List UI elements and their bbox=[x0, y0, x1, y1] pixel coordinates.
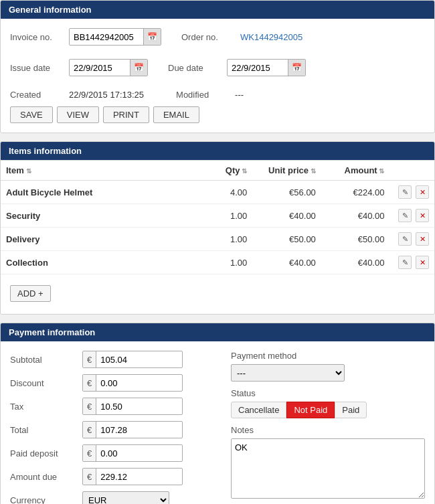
status-buttons: Cancellate Not Paid Paid bbox=[231, 402, 425, 418]
status-notpaid-button[interactable]: Not Paid bbox=[286, 402, 335, 418]
col-header-actions bbox=[389, 161, 434, 181]
item-qty-cell: 1.00 bbox=[207, 204, 252, 228]
item-unit-price-cell: €40.00 bbox=[252, 251, 321, 274]
issue-date-input[interactable] bbox=[70, 61, 130, 75]
amount-due-input[interactable] bbox=[96, 470, 170, 484]
due-date-row: Due date 📅 bbox=[168, 59, 306, 76]
edit-icon[interactable]: ✎ bbox=[398, 185, 412, 199]
amount-due-input-wrap: € bbox=[82, 468, 183, 485]
created-label: Created bbox=[10, 90, 64, 100]
paid-deposit-euro-symbol: € bbox=[83, 445, 96, 461]
item-qty-cell: 1.00 bbox=[207, 228, 252, 251]
email-button[interactable]: EMAIL bbox=[153, 106, 199, 123]
discount-euro-symbol: € bbox=[83, 375, 96, 391]
col-header-unit-price[interactable]: Unit price bbox=[252, 161, 321, 181]
col-header-amount[interactable]: Amount bbox=[321, 161, 390, 181]
tax-label: Tax bbox=[10, 402, 77, 412]
edit-icon[interactable]: ✎ bbox=[398, 256, 412, 269]
discount-input[interactable] bbox=[96, 376, 170, 390]
payment-left: Subtotal € Discount € Tax € bbox=[10, 351, 211, 504]
general-section-header: General information bbox=[1, 1, 434, 19]
general-toolbar: SAVE VIEW PRINT EMAIL bbox=[10, 106, 425, 123]
subtotal-row: Subtotal € bbox=[10, 351, 211, 368]
status-group: Status Cancellate Not Paid Paid bbox=[231, 388, 425, 418]
notes-textarea[interactable]: OK bbox=[231, 438, 425, 499]
invoice-input[interactable] bbox=[70, 30, 143, 44]
due-date-input-wrap: 📅 bbox=[227, 59, 306, 76]
tax-input[interactable] bbox=[96, 400, 170, 414]
col-header-item[interactable]: Item bbox=[1, 161, 207, 181]
subtotal-input-wrap: € bbox=[82, 351, 183, 368]
view-button[interactable]: VIEW bbox=[57, 106, 99, 123]
currency-label: Currency bbox=[10, 495, 77, 505]
discount-input-wrap: € bbox=[82, 374, 183, 392]
order-link[interactable]: WK1442942005 bbox=[240, 32, 302, 42]
item-amount-cell: €40.00 bbox=[321, 204, 390, 228]
tax-row: Tax € bbox=[10, 398, 211, 415]
delete-icon[interactable]: ✕ bbox=[416, 232, 429, 246]
delete-icon[interactable]: ✕ bbox=[416, 209, 429, 222]
table-row: Collection 1.00 €40.00 €40.00 ✎ ✕ bbox=[1, 251, 434, 274]
notes-group: Notes OK bbox=[231, 425, 425, 501]
amount-due-label: Amount due bbox=[10, 472, 77, 482]
items-section-title: Items information bbox=[9, 146, 82, 156]
paid-deposit-input[interactable] bbox=[96, 446, 170, 460]
currency-row: Currency EUR USD GBP bbox=[10, 491, 211, 504]
issue-date-label: Issue date bbox=[10, 63, 64, 73]
payment-method-group: Payment method --- Cash Card Bank Transf… bbox=[231, 351, 425, 382]
status-paid-button[interactable]: Paid bbox=[335, 402, 367, 418]
status-cancellate-button[interactable]: Cancellate bbox=[231, 402, 286, 418]
modified-value: --- bbox=[235, 90, 244, 100]
add-item-button[interactable]: ADD + bbox=[10, 285, 51, 302]
currency-select[interactable]: EUR USD GBP bbox=[82, 491, 169, 504]
invoice-row: Invoice no. 📅 bbox=[10, 28, 161, 46]
item-amount-cell: €50.00 bbox=[321, 228, 390, 251]
tax-euro-symbol: € bbox=[83, 398, 96, 414]
item-name-cell: Collection bbox=[1, 251, 207, 274]
total-input[interactable] bbox=[96, 423, 170, 437]
tax-input-wrap: € bbox=[82, 398, 183, 415]
modified-label: Modified bbox=[176, 90, 230, 100]
item-name-cell: Adult Bicycle Helmet bbox=[1, 181, 207, 204]
item-qty-cell: 4.00 bbox=[207, 181, 252, 204]
issue-date-calendar-btn[interactable]: 📅 bbox=[130, 60, 147, 76]
created-value: 22/9/2015 17:13:25 bbox=[69, 90, 144, 100]
payment-method-select[interactable]: --- Cash Card Bank Transfer bbox=[231, 364, 345, 382]
payment-section-header: Payment information bbox=[1, 323, 434, 341]
order-label: Order no. bbox=[181, 32, 235, 42]
save-button[interactable]: SAVE bbox=[10, 106, 53, 123]
edit-icon[interactable]: ✎ bbox=[398, 209, 412, 222]
amount-due-euro-symbol: € bbox=[83, 469, 96, 485]
due-date-input[interactable] bbox=[228, 61, 288, 75]
table-row: Delivery 1.00 €50.00 €50.00 ✎ ✕ bbox=[1, 228, 434, 251]
general-information-section: General information Invoice no. 📅 Order … bbox=[0, 0, 435, 133]
paid-deposit-label: Paid deposit bbox=[10, 448, 77, 458]
notes-label: Notes bbox=[231, 425, 425, 435]
due-date-calendar-btn[interactable]: 📅 bbox=[288, 60, 305, 76]
discount-label: Discount bbox=[10, 378, 77, 388]
invoice-calendar-btn[interactable]: 📅 bbox=[143, 29, 161, 45]
delete-icon[interactable]: ✕ bbox=[416, 256, 429, 269]
issue-date-input-wrap: 📅 bbox=[69, 59, 148, 76]
delete-icon[interactable]: ✕ bbox=[416, 185, 429, 199]
payment-method-label: Payment method bbox=[231, 351, 425, 361]
subtotal-label: Subtotal bbox=[10, 355, 77, 365]
table-row: Security 1.00 €40.00 €40.00 ✎ ✕ bbox=[1, 204, 434, 228]
print-button[interactable]: PRINT bbox=[103, 106, 149, 123]
edit-icon[interactable]: ✎ bbox=[398, 232, 412, 246]
item-actions-cell: ✎ ✕ bbox=[389, 251, 434, 274]
subtotal-euro-symbol: € bbox=[83, 351, 96, 367]
total-row: Total € bbox=[10, 421, 211, 438]
item-unit-price-cell: €50.00 bbox=[252, 228, 321, 251]
table-row: Adult Bicycle Helmet 4.00 €56.00 €224.00… bbox=[1, 181, 434, 204]
item-actions-cell: ✎ ✕ bbox=[389, 181, 434, 204]
paid-deposit-row: Paid deposit € bbox=[10, 444, 211, 462]
col-header-qty[interactable]: Qty bbox=[207, 161, 252, 181]
item-name-cell: Security bbox=[1, 204, 207, 228]
total-input-wrap: € bbox=[82, 421, 183, 438]
subtotal-input[interactable] bbox=[96, 353, 170, 367]
invoice-label: Invoice no. bbox=[10, 32, 64, 42]
item-unit-price-cell: €56.00 bbox=[252, 181, 321, 204]
due-date-label: Due date bbox=[168, 63, 222, 73]
payment-grid: Subtotal € Discount € Tax € bbox=[10, 351, 425, 504]
